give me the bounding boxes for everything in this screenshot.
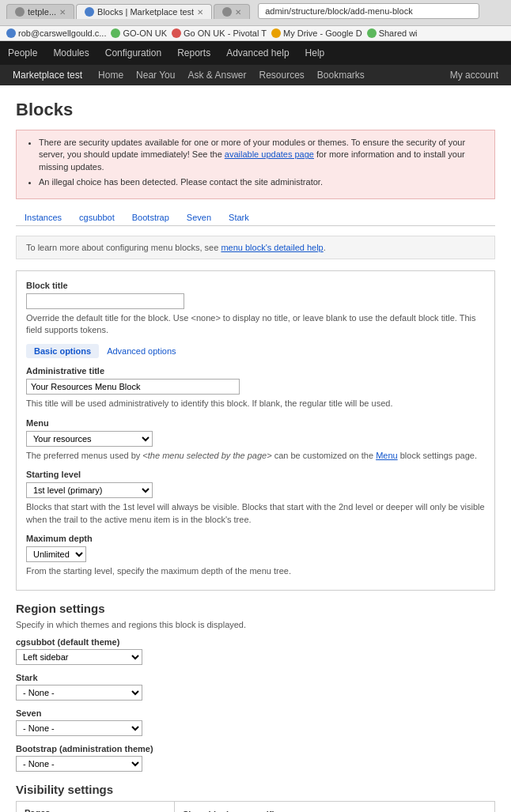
bookmark-rob[interactable]: rob@carswellgould.c... [6,28,106,38]
menu-block-help-link[interactable]: menu block's detailed help [221,243,323,252]
region-bootstrap: Bootstrap (administration theme) - None … [16,744,495,772]
bookmarks-bar: rob@carswellgould.c... GO-ON UK Go ON UK… [0,26,511,41]
nav-near-you[interactable]: Near You [136,70,175,81]
region-bootstrap-select[interactable]: - None - [16,756,142,772]
tab-cgsubbot[interactable]: cgsubbot [70,209,123,225]
region-bootstrap-label: Bootstrap (administration theme) [16,744,495,753]
menu-settings-link[interactable]: Menu [376,451,398,460]
alert-item-2: An illegal choice has been detected. Ple… [39,176,485,188]
option-tab-basic[interactable]: Basic options [26,344,99,358]
alert-item-1: There are security updates available for… [39,137,485,173]
admin-menu-advanced-help[interactable]: Advanced help [218,41,297,65]
tab-instances[interactable]: Instances [16,209,70,225]
max-depth-select[interactable]: Unlimited [26,546,86,562]
block-title-desc: Override the default title for the block… [26,312,485,337]
block-title-section: Block title Override the default title f… [16,270,495,591]
visibility-heading: Visibility settings [16,783,495,796]
bookmark-shared[interactable]: Shared wi [367,28,418,38]
my-account-link[interactable]: My account [450,70,498,81]
bookmark-pivotal-label: Go ON UK - Pivotal T [184,28,267,38]
admin-menu: People Modules Configuration Reports Adv… [0,41,511,65]
option-tab-advanced[interactable]: Advanced options [99,344,184,358]
nav-resources[interactable]: Resources [259,70,304,81]
max-depth-desc: From the starting level, specify the max… [26,565,485,577]
browser-tab-2[interactable]: Blocks | Marketplace test ✕ [76,4,212,19]
starting-level-desc: Blocks that start with the 1st level wil… [26,501,485,526]
admin-menu-configuration[interactable]: Configuration [97,41,169,65]
max-depth-label: Maximum depth [26,534,485,543]
block-title-label: Block title [26,281,485,290]
region-seven-label: Seven [16,708,495,718]
region-cgsubbot-label: cgsubbot (default theme) [16,637,495,647]
menu-select[interactable]: Your resources [26,431,153,447]
nav-home[interactable]: Home [98,70,123,81]
nav-bookmarks[interactable]: Bookmarks [317,70,365,81]
alert-box: There are security updates available for… [16,130,495,199]
main-content: Blocks There are security updates availa… [0,85,511,812]
region-cgsubbot-select[interactable]: Left sidebar [16,649,142,665]
bookmark-shared-label: Shared wi [379,28,418,38]
site-brand: Marketplace test [13,70,82,81]
tabs-bar: Instances cgsubbot Bootstrap Seven Stark [16,209,495,226]
bookmark-drive[interactable]: My Drive - Google D [271,28,362,38]
region-seven: Seven - None - [16,708,495,736]
tab-label-1: tetple... [28,7,56,17]
bookmark-rob-label: rob@carswellgould.c... [18,28,106,38]
tab-stark[interactable]: Stark [220,209,258,225]
bookmark-goon-pivotal[interactable]: Go ON UK - Pivotal T [172,28,267,38]
site-nav: Marketplace test Home Near You Ask & Ans… [0,65,511,85]
admin-title-desc: This title will be used administratively… [26,398,485,410]
region-seven-select[interactable]: - None - [16,720,142,736]
block-title-input[interactable] [26,293,184,309]
admin-title-label: Administrative title [26,366,485,376]
page-title: Blocks [16,100,495,120]
menu-desc: The preferred menus used by <the menu se… [26,450,485,462]
tab-close-3[interactable]: ✕ [235,8,241,17]
visibility-sidebar: Pages Restricted to certain pages Conten… [17,802,175,812]
browser-tab-1[interactable]: tetple... ✕ [6,4,74,19]
region-settings-desc: Specify in which themes and regions this… [16,620,495,629]
admin-menu-help[interactable]: Help [297,41,333,65]
tab-close-1[interactable]: ✕ [59,8,66,17]
region-cgsubbot: cgsubbot (default theme) Left sidebar [16,637,495,665]
admin-menu-modules[interactable]: Modules [45,41,97,65]
region-stark-select[interactable]: - None - [16,685,142,701]
tab-label-2: Blocks | Marketplace test [97,7,194,17]
tab-close-2[interactable]: ✕ [197,8,203,17]
visibility-section: Pages Restricted to certain pages Conten… [16,801,495,812]
admin-title-input[interactable] [26,379,240,395]
alert-link-updates[interactable]: available updates page [225,149,314,159]
bookmark-drive-label: My Drive - Google D [283,28,362,38]
nav-ask-answer[interactable]: Ask & Answer [187,70,246,81]
bookmark-goon[interactable]: GO-ON UK [111,28,167,38]
region-stark-label: Stark [16,673,495,682]
region-stark: Stark - None - [16,673,495,701]
bookmark-goon-label: GO-ON UK [123,28,167,38]
tab-seven[interactable]: Seven [178,209,220,225]
address-bar[interactable]: admin/structure/block/add-menu-block [258,3,479,19]
admin-menu-people[interactable]: People [0,41,45,65]
tab-bootstrap[interactable]: Bootstrap [123,209,178,225]
visibility-tab-pages[interactable]: Pages Restricted to certain pages [17,802,174,812]
vis-tab-pages-title: Pages [25,808,166,812]
menu-label: Menu [26,418,485,428]
admin-menu-reports[interactable]: Reports [169,41,218,65]
info-box: To learn more about configuring menu blo… [16,236,495,259]
visibility-content: Show block on specific pages All pages e… [175,802,494,812]
browser-tab-3[interactable]: ✕ [214,4,250,19]
region-settings-heading: Region settings [16,602,495,615]
starting-level-select[interactable]: 1st level (primary) [26,482,153,498]
starting-level-label: Starting level [26,470,485,479]
